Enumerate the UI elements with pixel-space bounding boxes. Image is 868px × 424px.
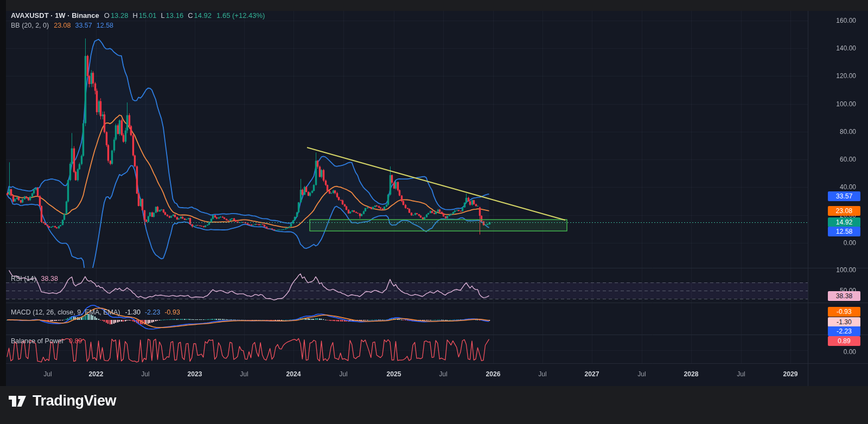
chart-plot-canvas[interactable]: [0, 0, 868, 424]
left-gutter: [0, 0, 6, 386]
tradingview-page: AVAXUSDT · 1W · Binance O13.28H15.01L13.…: [0, 0, 868, 424]
